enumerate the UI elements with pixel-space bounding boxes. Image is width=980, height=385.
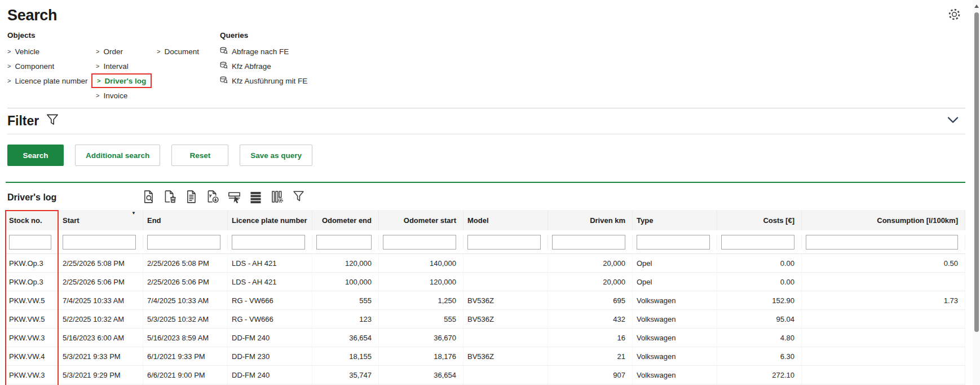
cell-stock-no: PKW.VW.5 — [5, 310, 59, 328]
links-area: Objects >Vehicle>Component>Licence plate… — [7, 31, 965, 103]
table-row[interactable]: PKW.VW.57/4/2025 10:33 AM7/4/2025 10:33 … — [5, 291, 965, 310]
column-header-start[interactable]: Start▼ — [59, 210, 143, 230]
delete-document-icon — [162, 189, 178, 207]
cell-value: 4.80 — [780, 334, 794, 342]
filter-cell — [548, 235, 633, 250]
query-link-kfz-ausf-hrung-mit-fe[interactable]: Kfz Ausführung mit FE — [220, 73, 307, 88]
delete-document-button[interactable] — [162, 190, 178, 205]
cell-value: Volkswagen — [637, 352, 676, 361]
object-link-interval[interactable]: >Interval — [96, 59, 157, 73]
cell-value: LDS - AH 421 — [232, 259, 277, 268]
row-display-button[interactable] — [248, 190, 263, 205]
cell-consumption-l-100km — [802, 329, 965, 347]
object-link-invoice[interactable]: >Invoice — [96, 88, 157, 103]
grid-filter-button[interactable] — [290, 190, 306, 205]
query-link-abfrage-nach-fe[interactable]: Abfrage nach FE — [220, 44, 307, 59]
additional-search-button[interactable]: Additional search — [75, 145, 160, 166]
column-header-costs[interactable]: Costs [€] — [717, 210, 802, 230]
table-row[interactable]: PKW.Op.32/25/2026 5:06 PM2/25/2026 5:06 … — [5, 273, 965, 291]
table-row[interactable]: PKW.VW.45/3/2021 9:33 PM6/1/2021 9:33 PM… — [5, 347, 965, 366]
column-header-consumption-l-100km[interactable]: Consumption [l/100km] — [802, 210, 965, 230]
cell-model — [463, 366, 548, 384]
column-header-stock-no[interactable]: Stock no. — [5, 210, 59, 230]
export-document-button[interactable] — [205, 190, 220, 205]
object-link-component[interactable]: >Component — [7, 59, 96, 73]
scrollbar-thumb[interactable] — [974, 12, 979, 332]
vertical-scrollbar[interactable] — [973, 0, 980, 385]
table-row[interactable]: PKW.VW.35/3/2021 9:29 PM6/6/2021 9:00 PM… — [5, 366, 965, 384]
chevron-right-icon: > — [7, 77, 11, 84]
column-settings-button[interactable] — [269, 190, 285, 205]
reset-button[interactable]: Reset — [171, 145, 228, 166]
cell-driven-km: 432 — [548, 310, 633, 328]
protocol-document-button[interactable] — [183, 190, 199, 205]
cell-value: PKW.VW.3 — [9, 334, 45, 342]
filter-input-odometer-end[interactable] — [316, 235, 372, 250]
column-header-model[interactable]: Model — [463, 210, 548, 230]
cell-start: 2/25/2026 5:08 PM — [59, 254, 143, 272]
table-row[interactable]: PKW.Op.32/25/2026 5:08 PM2/25/2026 5:08 … — [5, 254, 965, 273]
table-row[interactable]: PKW.VW.55/2/2025 10:32 AM5/3/2025 10:32 … — [5, 310, 965, 329]
filter-cell — [312, 235, 379, 250]
filter-input-model[interactable] — [467, 235, 541, 250]
chevron-right-icon: > — [97, 77, 100, 84]
column-header-odometer-end[interactable]: Odometer end — [312, 210, 379, 230]
cell-stock-no: PKW.VW.4 — [5, 347, 59, 365]
column-header-type[interactable]: Type — [633, 210, 717, 230]
cell-licence-plate-number: DD-FM 230 — [228, 347, 312, 365]
object-link-order[interactable]: >Order — [96, 44, 157, 59]
search-button[interactable]: Search — [7, 145, 64, 166]
filter-cell — [717, 235, 802, 250]
filter-input-odometer-start[interactable] — [383, 235, 456, 250]
cell-value: BV536Z — [467, 315, 494, 323]
cell-value: 6/6/2021 9:00 PM — [147, 371, 205, 379]
cell-value: 20,000 — [603, 278, 625, 286]
object-link-document[interactable]: >Document — [157, 44, 220, 59]
column-header-odometer-start[interactable]: Odometer start — [379, 210, 463, 230]
column-header-licence-plate-number[interactable]: Licence plate number — [228, 210, 312, 230]
column-header-driven-km[interactable]: Driven km — [548, 210, 633, 230]
save-as-query-button[interactable]: Save as query — [240, 145, 312, 166]
cell-value: PKW.Op.3 — [9, 278, 43, 286]
cell-value: 35,747 — [349, 371, 372, 379]
filter-input-licence-plate-number[interactable] — [232, 235, 305, 250]
cell-value: Volkswagen — [637, 334, 676, 342]
cell-value: 120,000 — [345, 259, 372, 268]
query-link-kfz-abfrage[interactable]: Kfz Abfrage — [220, 59, 307, 73]
object-link-driver-s-log[interactable]: >Driver's log — [91, 73, 152, 88]
scrollbar-up-arrow-icon[interactable] — [974, 5, 979, 8]
filter-collapse-button[interactable] — [947, 116, 959, 126]
funnel-icon — [45, 112, 60, 129]
cell-start: 5/3/2021 9:29 PM — [59, 366, 143, 384]
filter-input-driven-km[interactable] — [552, 235, 625, 250]
objects-label: Objects — [7, 31, 220, 40]
preview-document-button[interactable] — [140, 190, 156, 205]
cell-odometer-start: 36,654 — [379, 366, 463, 384]
filter-input-start[interactable] — [63, 235, 136, 250]
filter-input-type[interactable] — [637, 235, 710, 250]
chevron-down-icon — [947, 116, 959, 125]
cell-costs: 0.00 — [717, 273, 802, 291]
cell-licence-plate-number: LDS - AH 421 — [228, 254, 312, 272]
cell-end: 2/25/2026 5:06 PM — [143, 273, 228, 291]
cell-value: 0.50 — [944, 259, 958, 268]
filter-input-stock-no[interactable] — [9, 235, 51, 250]
column-header-end[interactable]: End — [143, 210, 228, 230]
cell-value: PKW.VW.4 — [9, 352, 45, 361]
select-with-cursor-button[interactable] — [226, 190, 242, 205]
object-link-licence-plate-number[interactable]: >Licence plate number — [7, 73, 96, 88]
cell-value: 152.90 — [772, 296, 794, 305]
filter-input-costs[interactable] — [721, 235, 794, 250]
settings-button[interactable] — [947, 7, 962, 22]
select-with-cursor-icon — [227, 189, 242, 207]
table-row[interactable]: PKW.VW.35/16/2023 6:00 AM5/16/2023 8:59 … — [5, 329, 965, 347]
cell-odometer-end: 100,000 — [312, 273, 379, 291]
cell-value: 95.04 — [776, 315, 794, 323]
cell-value: DD-FM 240 — [232, 371, 270, 379]
grid-head: Driver's log — [7, 186, 965, 209]
filter-input-consumption-l-100km[interactable] — [806, 235, 958, 250]
cell-value: 0.00 — [780, 278, 794, 286]
filter-input-end[interactable] — [147, 235, 220, 250]
object-link-vehicle[interactable]: >Vehicle — [7, 44, 96, 59]
cell-model: BV536Z — [463, 310, 548, 328]
